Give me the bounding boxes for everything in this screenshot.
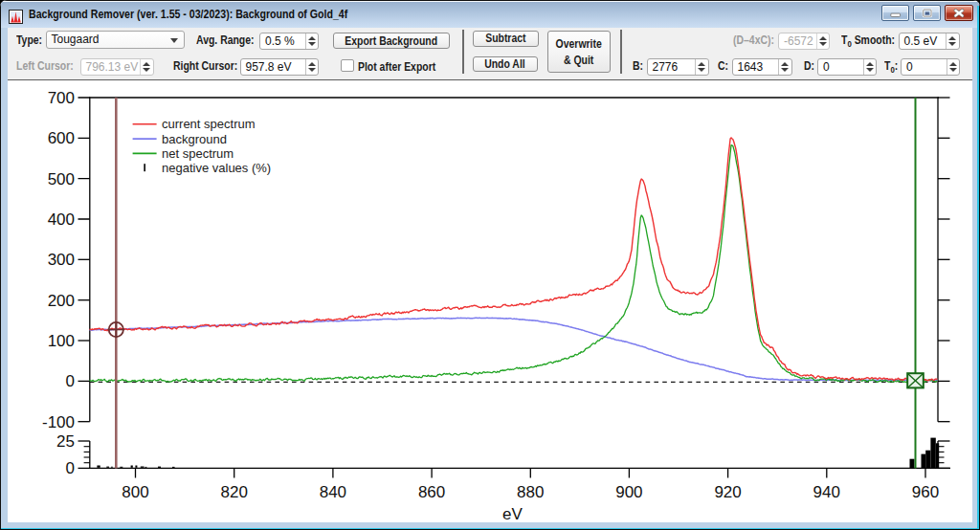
svg-text:880: 880 <box>517 483 544 501</box>
svg-text:860: 860 <box>418 483 445 501</box>
svg-text:background: background <box>162 132 227 146</box>
svg-text:940: 940 <box>813 483 840 501</box>
svg-text:current spectrum: current spectrum <box>162 117 256 131</box>
svg-text:400: 400 <box>48 210 75 229</box>
svg-text:960: 960 <box>912 483 939 501</box>
svg-text:700: 700 <box>48 89 75 107</box>
svg-text:200: 200 <box>48 292 75 310</box>
svg-text:100: 100 <box>48 332 75 350</box>
svg-text:-100: -100 <box>42 413 75 431</box>
svg-text:net spectrum: net spectrum <box>162 146 234 161</box>
svg-text:600: 600 <box>48 129 75 147</box>
svg-text:840: 840 <box>320 483 346 501</box>
svg-text:eV: eV <box>502 505 523 523</box>
svg-text:800: 800 <box>122 483 148 501</box>
svg-text:900: 900 <box>615 483 642 501</box>
svg-text:920: 920 <box>714 483 741 501</box>
svg-text:300: 300 <box>48 251 75 269</box>
svg-text:25: 25 <box>56 432 75 451</box>
svg-text:0: 0 <box>66 372 75 390</box>
svg-text:500: 500 <box>48 170 75 188</box>
svg-text:820: 820 <box>221 483 248 501</box>
svg-text:0: 0 <box>66 459 75 477</box>
svg-text:negative values (%): negative values (%) <box>162 161 271 175</box>
